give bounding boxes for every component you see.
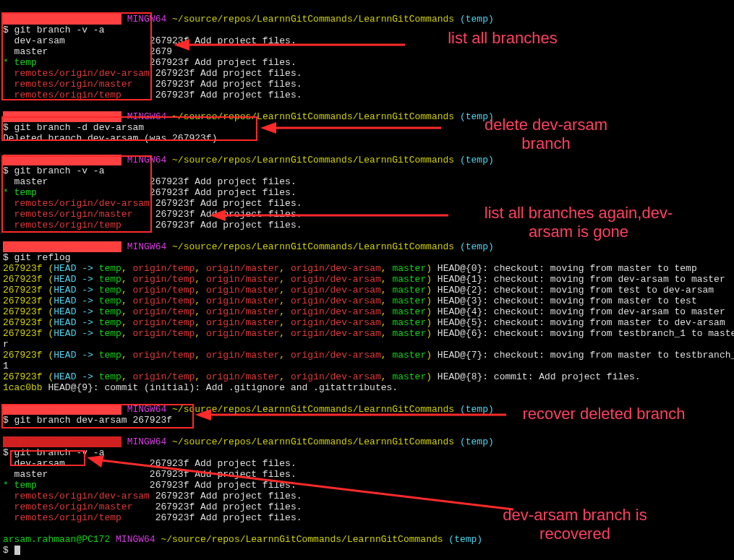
reflog-wrap: 1 <box>3 361 9 371</box>
annotation-label: dev-arsam branch is recovered <box>470 506 680 543</box>
annotation-label: list all branches again,dev-arsam is gon… <box>463 204 694 241</box>
branch-row: * temp 267923f Add project files. <box>3 480 296 491</box>
reflog-line: 267923f (HEAD -> temp, origin/temp, orig… <box>3 371 641 382</box>
branch-row: * temp 267923f Add project files. <box>3 57 296 68</box>
reflog-line: 267923f (HEAD -> temp, origin/temp, orig… <box>3 306 725 317</box>
cursor-line[interactable]: $ <box>3 545 20 556</box>
branch-row: remotes/origin/dev-arsam 267923f Add pro… <box>3 491 302 501</box>
branch-row: * temp 267923f Add project files. <box>3 187 296 198</box>
terminal-output: xxxxxxxxxxxxxxxxxxxxx MINGW64 ~/source/r… <box>0 0 734 560</box>
cmd-reflog: $ git reflog <box>3 252 71 263</box>
branch-row: remotes/origin/dev-arsam 267923f Add pro… <box>3 68 302 79</box>
redacted-user: xxxxxxxxxxxxxxxxxxxxx <box>3 14 121 25</box>
branch-row: remotes/origin/temp 267923f Add project … <box>3 512 302 523</box>
prompt-2: xxxxxxxxxxxxxxxxxxxxx MINGW64 ~/source/r… <box>3 111 494 122</box>
reflog-line: 267923f (HEAD -> temp, origin/temp, orig… <box>3 285 714 296</box>
redacted-user: xxxxxxxxxxxxxxxxxxxxx <box>3 155 121 165</box>
prompt-6: xxxxxxxxxxxxxxxxxxxxx MINGW64 ~/source/r… <box>3 436 494 447</box>
annotation-label: list all branches <box>419 29 586 48</box>
prompt-5: xxxxxxxxxxxxxxxxxxxxx MINGW64 ~/source/r… <box>3 404 494 415</box>
reflog-line: 267923f (HEAD -> temp, origin/temp, orig… <box>3 350 734 361</box>
reflog-line: 1cac0bb HEAD@{9}: commit (initial): Add … <box>3 382 398 393</box>
branch-row: remotes/origin/temp 267923f Add project … <box>3 90 302 100</box>
branch-row: master 267923f Add project files. <box>3 469 296 480</box>
redacted-user: xxxxxxxxxxxxxxxxxxxxx <box>3 241 121 252</box>
branch-row: remotes/origin/master 267923f Add projec… <box>3 501 302 512</box>
cursor-block <box>14 546 20 555</box>
cmd-delete: $ git branch -d dev-arsam <box>3 122 144 133</box>
reflog-line: 267923f (HEAD -> temp, origin/temp, orig… <box>3 317 725 328</box>
cmd-recover: $ git branch dev-arsam 267923f <box>3 415 172 426</box>
prompt-7: arsam.rahmaan@PC172 MINGW64 ~/source/rep… <box>3 534 482 545</box>
reflog-wrap: r <box>3 339 9 350</box>
branch-row: dev-arsam 267923f Add project files. <box>3 35 296 46</box>
reflog-line: 267923f (HEAD -> temp, origin/temp, orig… <box>3 328 734 339</box>
branch-row: remotes/origin/dev-arsam 267923f Add pro… <box>3 198 302 209</box>
branch-row: dev-arsam 267923f Add project files. <box>3 458 296 469</box>
cmd-list-2: $ git branch -v -a <box>3 165 104 176</box>
branch-row: remotes/origin/master 267923f Add projec… <box>3 79 302 90</box>
cmd-list-3: $ git branch -v -a <box>3 447 104 458</box>
branch-row: master 267923f Add project files. <box>3 176 296 187</box>
prompt-3: xxxxxxxxxxxxxxxxxxxxx MINGW64 ~/source/r… <box>3 155 494 165</box>
prompt-1: xxxxxxxxxxxxxxxxxxxxx MINGW64 ~/source/r… <box>3 14 494 25</box>
annotation-label: recover deleted branch <box>521 405 687 423</box>
redacted-user: xxxxxxxxxxxxxxxxxxxxx <box>3 436 121 447</box>
cmd-list-1: $ git branch -v -a <box>3 25 104 35</box>
redacted-user: xxxxxxxxxxxxxxxxxxxxx <box>3 404 121 415</box>
branch-row: remotes/origin/temp 267923f Add project … <box>3 220 302 231</box>
branch-row: remotes/origin/master 267923f Add projec… <box>3 209 302 220</box>
reflog-line: 267923f (HEAD -> temp, origin/temp, orig… <box>3 274 725 285</box>
redacted-user: xxxxxxxxxxxxxxxxxxxxx <box>3 111 121 122</box>
annotation-label: delete dev-arsam branch <box>463 116 629 153</box>
branch-row: master 2679 <box>3 46 307 57</box>
prompt-4: xxxxxxxxxxxxxxxxxxxxx MINGW64 ~/source/r… <box>3 241 494 252</box>
delete-output: Deleted branch dev-arsam (was 267923f). <box>3 133 223 144</box>
reflog-line: 267923f (HEAD -> temp, origin/temp, orig… <box>3 296 697 306</box>
reflog-line: 267923f (HEAD -> temp, origin/temp, orig… <box>3 263 697 274</box>
